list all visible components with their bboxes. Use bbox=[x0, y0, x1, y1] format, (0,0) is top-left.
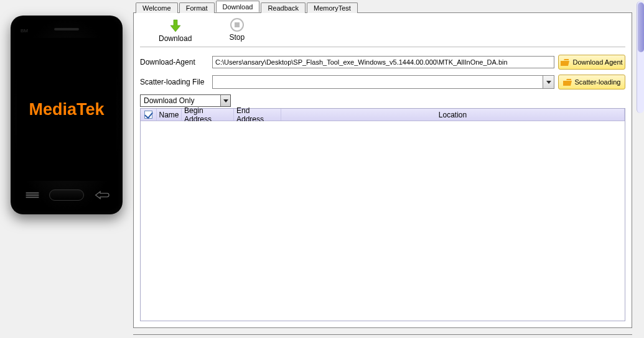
vertical-scrollbar[interactable] bbox=[637, 1, 644, 113]
tab-download[interactable]: Download bbox=[216, 1, 260, 12]
scatter-label: Scatter-loading File bbox=[140, 78, 208, 86]
scatter-file-combo[interactable] bbox=[212, 75, 554, 89]
phone-top bbox=[16, 21, 118, 38]
download-agent-browse-button[interactable]: Download Agent bbox=[558, 55, 625, 70]
tab-welcome[interactable]: Welcome bbox=[136, 2, 178, 13]
svg-rect-1 bbox=[26, 194, 39, 196]
chevron-down-icon bbox=[543, 76, 554, 88]
header-begin-address[interactable]: Begin Address bbox=[182, 109, 234, 121]
scatter-file-value bbox=[213, 76, 215, 84]
stop-button-label: Stop bbox=[229, 33, 245, 42]
scrollbar-thumb[interactable] bbox=[638, 2, 644, 52]
download-agent-input[interactable] bbox=[212, 56, 554, 68]
download-button-label: Download bbox=[159, 34, 192, 43]
header-name[interactable]: Name bbox=[157, 109, 182, 121]
svg-rect-2 bbox=[26, 197, 39, 198]
svg-rect-0 bbox=[26, 193, 39, 194]
stop-icon bbox=[230, 18, 244, 32]
header-location[interactable]: Location bbox=[281, 109, 625, 121]
device-preview-panel: BM MediaTek bbox=[0, 0, 133, 338]
table-header: Name Begin Address End Address Location bbox=[141, 109, 625, 121]
table-body bbox=[141, 121, 625, 321]
header-end-address[interactable]: End Address bbox=[234, 109, 281, 121]
tab-format[interactable]: Format bbox=[179, 2, 215, 13]
menu-hw-button-icon bbox=[23, 192, 42, 198]
scatter-browse-label: Scatter-loading bbox=[575, 78, 621, 86]
download-mode-value: Download Only bbox=[142, 96, 194, 105]
toolbar: Download Stop bbox=[140, 16, 625, 47]
folder-icon bbox=[563, 79, 572, 86]
download-button[interactable]: Download bbox=[159, 18, 192, 43]
bm-label: BM bbox=[21, 28, 28, 34]
back-hw-button-icon bbox=[91, 191, 110, 199]
partition-table: Name Begin Address End Address Location bbox=[140, 108, 625, 321]
tab-memorytest[interactable]: MemoryTest bbox=[307, 2, 358, 13]
status-bar-edge bbox=[133, 334, 632, 337]
scatter-browse-button[interactable]: Scatter-loading bbox=[558, 75, 625, 89]
folder-icon bbox=[561, 59, 569, 66]
header-checkbox-cell[interactable] bbox=[141, 109, 157, 121]
download-agent-label: Download-Agent bbox=[140, 58, 208, 66]
phone-screen: MediaTek bbox=[17, 38, 116, 181]
main-area: Welcome Format Download Readback MemoryT… bbox=[133, 0, 644, 338]
select-all-checkbox[interactable] bbox=[144, 111, 152, 119]
arrow-down-icon bbox=[168, 18, 183, 33]
phone-mockup: BM MediaTek bbox=[11, 16, 123, 214]
download-tab-content: Download Stop Download-Agent Download Ag… bbox=[133, 12, 632, 328]
tab-bar: Welcome Format Download Readback MemoryT… bbox=[133, 0, 635, 12]
download-agent-browse-label: Download Agent bbox=[572, 58, 622, 66]
mediatek-logo: MediaTek bbox=[29, 100, 104, 119]
tab-readback[interactable]: Readback bbox=[261, 2, 306, 13]
chevron-down-icon bbox=[220, 95, 230, 106]
phone-buttons bbox=[16, 181, 118, 209]
stop-button[interactable]: Stop bbox=[229, 18, 245, 43]
home-hw-button-icon bbox=[49, 190, 84, 201]
phone-speaker bbox=[54, 28, 79, 30]
download-mode-select[interactable]: Download Only bbox=[140, 94, 231, 107]
